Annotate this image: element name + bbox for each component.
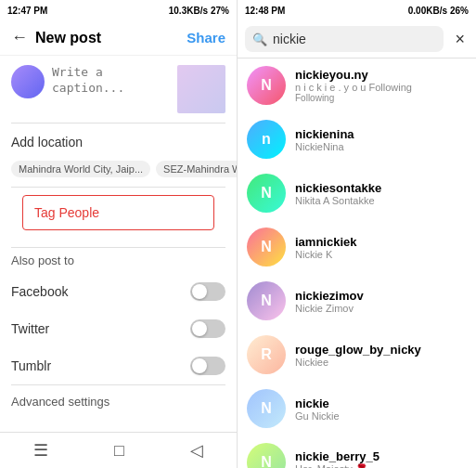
facebook-row: Facebook [0,273,237,310]
person-item[interactable]: Rrouge_glow_by_nickyNickiee [238,328,476,382]
person-username: nickie [295,396,340,410]
time-left: 12:47 PM [7,6,47,16]
also-post-to-label: Also post to [0,248,237,273]
person-avatar: N [247,228,286,266]
nav-back-icon[interactable]: ◁ [190,440,203,461]
caption-input[interactable] [52,65,170,102]
status-bar-left: 12:47 PM 10.3KB/s 27% [0,0,237,20]
person-info: nickiezimovNickie Zimov [295,289,364,314]
person-avatar: N [247,281,286,320]
location-chips: Mahindra World City, Jaip... SEZ-Mahindr… [0,161,237,187]
facebook-toggle[interactable] [190,282,225,301]
person-avatar: N [247,389,286,428]
person-avatar: N [247,174,286,213]
person-item[interactable]: NnickiezimovNickie Zimov [238,274,476,328]
person-info: nickieyou.nyn i c k i e . y o u Followin… [295,68,412,103]
search-input[interactable] [273,32,436,46]
person-info: nickieninaNickieNina [295,127,354,152]
search-box[interactable]: 🔍 [245,26,444,52]
twitter-label: Twitter [11,321,49,336]
back-button[interactable]: ← [11,28,28,47]
tag-people-button[interactable]: Tag People [22,195,214,230]
facebook-label: Facebook [11,284,68,299]
battery-left: 27% [211,6,229,16]
person-item[interactable]: NnickieGu Nickie [238,382,476,436]
person-display-name: Nikita A Sontakke [295,195,381,206]
user-avatar [11,65,45,98]
post-thumbnail [177,65,225,113]
person-username: nickieyou.ny [295,68,412,82]
bottom-nav: ☰ □ ◁ [0,432,237,468]
battery-right: 26% [450,6,469,16]
person-username: rouge_glow_by_nicky [295,343,421,357]
tumblr-toggle[interactable] [190,357,225,375]
tumblr-row: Tumblr [0,347,237,384]
tumblr-label: Tumblr [11,358,51,373]
status-icons-right: 0.00KB/s 26% [408,6,469,16]
advanced-settings-label: Advanced settings [11,395,109,409]
following-badge: Following [295,93,412,103]
left-panel: 12:47 PM 10.3KB/s 27% ← New post Share A… [0,0,238,468]
person-username: nickiezimov [295,289,364,303]
page-title: New post [35,30,101,46]
advanced-settings-row[interactable]: Advanced settings [0,385,237,418]
search-icon: 🔍 [252,32,267,46]
header-left-nav: ← New post [11,28,101,47]
status-bar-right: 12:48 PM 0.00KB/s 26% [238,0,476,20]
twitter-toggle[interactable] [190,319,225,338]
nav-menu-icon[interactable]: ☰ [33,440,48,461]
person-avatar: N [247,66,286,105]
person-info: nickiesontakkeNikita A Sontakke [295,181,381,206]
person-item[interactable]: nnickieninaNickieNina [238,112,476,166]
person-info: nickie_berry_5Her_Majesty 🌹 [295,449,380,468]
nav-home-icon[interactable]: □ [114,441,124,461]
chip-1[interactable]: Mahindra World City, Jaip... [11,161,150,177]
close-button[interactable]: × [451,30,469,49]
person-username: nickie_berry_5 [295,449,380,463]
people-list: Nnickieyou.nyn i c k i e . y o u Followi… [238,58,476,468]
person-item[interactable]: NnickiesontakkeNikita A Sontakke [238,166,476,220]
person-display-name: Nickiee [295,357,421,368]
person-display-name: NickieNina [295,141,354,152]
person-username: nickienina [295,127,354,141]
add-location-label: Add location [11,135,83,150]
person-info: nickieGu Nickie [295,396,340,422]
chip-2[interactable]: SEZ-Mahindra World City [156,161,237,177]
signal-left: 10.3KB/s [169,6,208,16]
person-display-name: n i c k i e . y o u Following [295,82,412,93]
person-avatar: R [247,335,286,374]
person-display-name: Nickie K [295,249,357,260]
share-button[interactable]: Share [187,30,225,46]
post-image-row [0,56,237,123]
header-left: ← New post Share [0,20,237,56]
person-info: rouge_glow_by_nickyNickiee [295,343,421,368]
person-avatar: N [247,443,286,468]
add-location-row[interactable]: Add location [0,124,237,161]
status-icons-left: 10.3KB/s 27% [169,6,229,16]
twitter-row: Twitter [0,310,237,347]
person-display-name: Her_Majesty 🌹 [295,463,380,468]
tag-people-container: Tag People [0,188,237,247]
person-username: iamnickiek [295,235,357,249]
person-display-name: Nickie Zimov [295,303,364,314]
person-display-name: Gu Nickie [295,410,340,422]
person-username: nickiesontakke [295,181,381,195]
time-right: 12:48 PM [245,6,285,16]
right-panel: 12:48 PM 0.00KB/s 26% 🔍 × Nnickieyou.nyn… [238,0,476,468]
search-header: 🔍 × [238,20,476,58]
person-info: iamnickiekNickie K [295,235,357,260]
person-item[interactable]: Nnickieyou.nyn i c k i e . y o u Followi… [238,58,476,112]
person-item[interactable]: NiamnickiekNickie K [238,220,476,274]
person-avatar: n [247,120,286,159]
signal-right: 0.00KB/s [408,6,447,16]
person-item[interactable]: Nnickie_berry_5Her_Majesty 🌹 [238,436,476,468]
